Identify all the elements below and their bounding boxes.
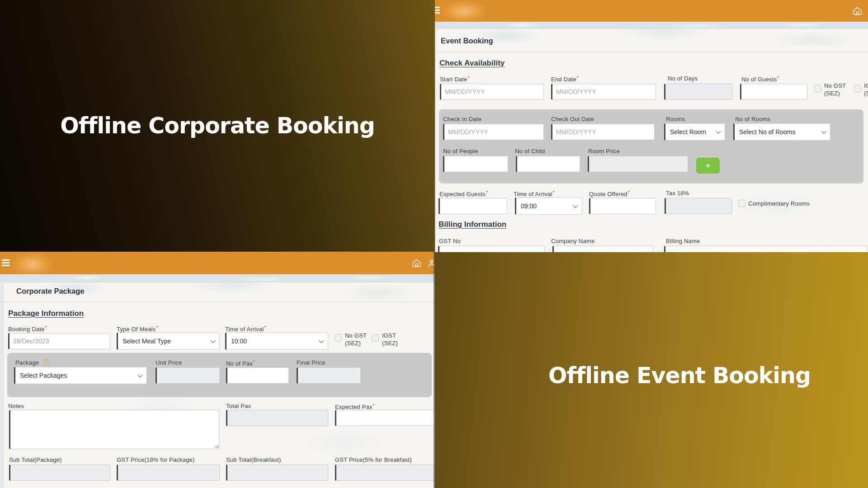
add-room-button[interactable]: + <box>696 158 720 174</box>
page-title: Event Booking <box>441 37 493 45</box>
quote-offered-input[interactable] <box>589 198 656 214</box>
chevron-down-icon <box>573 203 578 208</box>
page-background-strip <box>435 22 868 29</box>
final-price-input <box>297 367 361 384</box>
unit-price-label: Unit Price <box>156 359 182 366</box>
billing-information-heading: Billing Information <box>439 220 506 229</box>
no-of-pax-label: No of Pax* <box>226 359 255 367</box>
gst-price-package-input <box>117 465 220 481</box>
billing-name-label: Billing Name <box>666 238 700 244</box>
time-of-arrival-select[interactable]: 09:00 <box>515 197 582 215</box>
total-pax-label: Total Pax <box>226 403 251 409</box>
tax-label: Tax 18% <box>666 190 689 197</box>
end-date-input[interactable] <box>551 84 656 100</box>
home-icon[interactable] <box>411 258 422 270</box>
app-logo-blurred <box>12 253 53 276</box>
time-of-arrival-label: Time of Arrival* <box>225 325 266 333</box>
chevron-down-icon <box>210 338 215 343</box>
time-of-arrival-label: Time of Arrival* <box>514 190 555 197</box>
final-price-label: Final Price <box>297 359 326 366</box>
offline-corporate-booking-title: Offline Corporate Booking <box>60 113 375 139</box>
time-of-arrival-select[interactable]: 10:00 <box>225 333 328 350</box>
room-price-label: Room Price <box>588 148 620 155</box>
no-gst-sez-label: No GST(SEZ) <box>345 332 367 347</box>
expected-pax-label: Expected Pax* <box>335 403 375 410</box>
app-logo-blurred <box>441 1 486 22</box>
screenshot-canvas: Offline Corporate Booking Event Booking … <box>0 0 868 488</box>
rooms-label: Rooms <box>666 116 685 122</box>
no-of-rooms-select[interactable]: Select No of Rooms <box>733 123 830 141</box>
company-name-label: Company Name <box>551 238 594 244</box>
chevron-down-icon <box>821 129 826 134</box>
start-date-label: Start Date* <box>440 75 470 83</box>
company-name-input[interactable] <box>552 246 653 252</box>
no-of-days-label: No of Days <box>668 75 698 82</box>
igst-sez-checkbox[interactable] <box>854 85 861 92</box>
corporate-package-panel: Corporate Package Package Information Bo… <box>0 252 435 488</box>
sub-total-package-input <box>9 465 110 481</box>
package-select[interactable]: Select Packages <box>14 367 147 384</box>
event-booking-banner: Offline Event Booking <box>435 252 868 488</box>
no-of-days-input <box>664 84 732 100</box>
page-title: Corporate Package <box>16 287 84 296</box>
gst-price-package-label: GST Price(18% for Package) <box>117 456 195 463</box>
booking-date-input[interactable] <box>8 333 110 349</box>
no-of-people-label: No of People <box>443 148 478 155</box>
no-gst-sez-checkbox[interactable] <box>335 334 342 342</box>
expected-guests-input[interactable] <box>439 198 507 214</box>
notes-textarea[interactable] <box>9 410 219 449</box>
chevron-down-icon <box>319 338 324 343</box>
home-icon[interactable] <box>852 6 863 18</box>
no-of-child-input[interactable] <box>516 156 580 172</box>
gst-price-breakfast-input <box>335 465 435 481</box>
complimentary-rooms-checkbox[interactable] <box>738 200 745 207</box>
type-of-meals-select[interactable]: Select Meal Type <box>117 333 220 350</box>
check-in-date-input[interactable] <box>443 124 544 140</box>
divider <box>436 52 868 52</box>
offline-event-booking-title: Offline Event Booking <box>548 363 811 389</box>
rooms-select[interactable]: Select Room <box>664 123 725 141</box>
check-out-date-label: Check Out Date <box>551 116 594 122</box>
igst-sez-label: IGST(SEZ) <box>382 332 398 347</box>
gst-no-label: GST No <box>439 238 461 244</box>
chevron-down-icon <box>716 129 721 134</box>
expected-pax-input[interactable] <box>335 410 435 426</box>
tax-input <box>665 198 732 214</box>
question-icon[interactable]: ? <box>43 359 50 366</box>
panel-seam <box>434 252 435 488</box>
event-app-header <box>435 0 868 22</box>
no-of-people-input[interactable] <box>443 156 508 172</box>
hamburger-menu-icon[interactable] <box>435 7 440 14</box>
gst-no-input[interactable] <box>438 246 545 252</box>
corporate-app-header <box>0 252 435 274</box>
sub-total-breakfast-input <box>226 465 328 481</box>
igst-sez-label: IGST(SEZ) <box>864 82 868 97</box>
package-label: Package <box>15 359 39 366</box>
divider <box>4 301 435 302</box>
sub-total-breakfast-label: Sub Total(Breakfast) <box>226 456 281 463</box>
hamburger-menu-icon[interactable] <box>2 259 10 266</box>
no-of-guests-input[interactable] <box>740 84 807 100</box>
no-gst-sez-checkbox[interactable] <box>814 85 821 92</box>
billing-name-input[interactable] <box>664 246 868 252</box>
expected-guests-label: Expected Guests* <box>439 190 488 197</box>
unit-price-input <box>156 367 220 384</box>
no-gst-sez-label: No GST(SEZ) <box>824 82 846 97</box>
corporate-booking-banner: Offline Corporate Booking <box>0 0 435 252</box>
no-of-pax-input[interactable] <box>226 367 289 384</box>
gst-price-breakfast-label: GST Price(5% for Breakfast) <box>335 456 412 463</box>
quote-offered-label: Quote Offered* <box>589 190 630 197</box>
booking-date-label: Booking Date* <box>8 325 47 333</box>
start-date-input[interactable] <box>440 84 544 100</box>
chevron-down-icon <box>137 372 142 377</box>
page-background-strip <box>0 274 435 282</box>
no-of-child-label: No of Child <box>515 148 545 155</box>
igst-sez-checkbox[interactable] <box>372 334 379 342</box>
sub-total-package-label: Sub Total(Package) <box>9 456 62 463</box>
check-out-date-input[interactable] <box>551 124 655 140</box>
complimentary-rooms-label: Complimentary Rooms <box>748 200 810 208</box>
notes-label: Notes <box>8 403 24 409</box>
no-of-guests-label: No of Guests* <box>741 75 779 83</box>
total-pax-input <box>226 410 328 426</box>
no-of-rooms-label: No of Rooms <box>735 116 770 122</box>
